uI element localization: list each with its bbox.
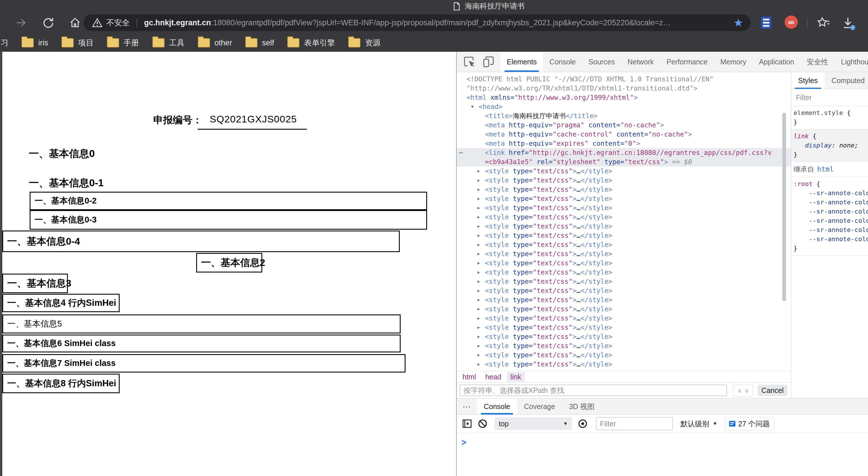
expand-arrow-closed-icon[interactable]: ▶ [477, 258, 480, 267]
device-toolbar-icon[interactable] [482, 56, 495, 68]
bookmark-folder[interactable]: 项目 [62, 38, 94, 48]
expand-arrow-closed-icon[interactable]: ▶ [477, 213, 480, 222]
code-line[interactable]: ▼<head> [457, 102, 791, 111]
expand-arrow-closed-icon[interactable]: ▶ [477, 240, 480, 249]
browser-tab[interactable]: 海南科技厅申请书 [453, 1, 525, 11]
search-nav-buttons[interactable]: ∧ ∨ [734, 385, 753, 397]
search-cancel-button[interactable]: Cancel [757, 385, 787, 396]
breadcrumb-item[interactable]: html [459, 372, 479, 382]
code-line[interactable]: ▶<style type="text/css">…</style> [457, 258, 791, 267]
code-line[interactable]: ▶<style type="text/css">…</style> [457, 341, 791, 350]
bookmark-folder[interactable]: other [198, 38, 232, 47]
expand-arrow-closed-icon[interactable]: ▶ [477, 314, 480, 323]
code-line[interactable]: ▶<style type="text/css">…</style> [457, 323, 791, 332]
live-expression-icon[interactable] [577, 418, 588, 430]
tab-styles[interactable]: Styles [791, 72, 825, 89]
console-filter-input[interactable] [596, 417, 673, 430]
rule-root[interactable]: :root { --sr-annote-colo --sr-annote-col… [791, 177, 868, 256]
code-line[interactable]: ▶<style type="text/css">…</style> [457, 194, 791, 203]
devtools-tab-安全性[interactable]: 安全性 [800, 52, 835, 72]
elements-scrollbar[interactable] [782, 113, 786, 301]
devtools-tab-memory[interactable]: Memory [714, 52, 752, 72]
code-line[interactable]: ▶<style type="text/css">…</style> [457, 249, 791, 258]
inherited-html-link[interactable]: html [817, 165, 834, 173]
code-line[interactable]: ▶<style type="text/css">…</style> [457, 203, 791, 213]
expand-arrow-open-icon[interactable]: ▼ [471, 102, 474, 111]
expand-arrow-closed-icon[interactable]: ▶ [477, 249, 480, 258]
expand-arrow-closed-icon[interactable]: ▶ [477, 305, 480, 314]
css-variable-line[interactable]: --sr-annote-colo [794, 189, 868, 197]
console-sidebar-icon[interactable] [461, 418, 473, 430]
issues-counter[interactable]: 27 个问题 [725, 417, 774, 430]
code-line[interactable]: ▶<style type="text/css">…</style> [457, 286, 791, 295]
code-line[interactable]: <meta http-equiv="pragma" content="no-ca… [457, 121, 791, 130]
expand-arrow-closed-icon[interactable]: ▶ [477, 194, 480, 203]
devtools-tab-console[interactable]: Console [543, 52, 582, 72]
expand-arrow-closed-icon[interactable]: ▶ [477, 185, 480, 194]
search-next-icon[interactable]: ∨ [745, 387, 749, 394]
expand-arrow-closed-icon[interactable]: ▶ [477, 222, 480, 231]
devtools-tab-performance[interactable]: Performance [660, 52, 714, 72]
code-line[interactable]: ⋯<link href="http://gc.hnkjt.egrant.cn:1… [457, 148, 791, 157]
css-variable-line[interactable]: --sr-annote-colo [794, 217, 868, 224]
code-line[interactable]: ▶<style type="text/css">…</style> [457, 185, 791, 194]
bookmark-star-icon[interactable]: ★ [734, 17, 743, 29]
expand-arrow-closed-icon[interactable]: ▶ [477, 277, 480, 286]
bookmark-folder[interactable]: 表单引擎 [287, 38, 335, 48]
code-line[interactable]: ▶<style type="text/css">…</style> [457, 231, 791, 240]
expand-arrow-closed-icon[interactable]: ▶ [477, 359, 480, 369]
console-drawer-tab[interactable]: Console [477, 399, 517, 414]
bookmark-folder[interactable]: 资源 [348, 38, 380, 48]
insecure-warning-icon[interactable] [92, 18, 102, 28]
rule-element-style[interactable]: element.style { } [791, 106, 868, 129]
code-line[interactable]: ▶<style type="text/css">…</style> [457, 176, 791, 185]
bookmark-folder[interactable]: 手册 [107, 38, 139, 48]
bookmark-folder-partial[interactable]: 习 [1, 38, 8, 48]
devtools-tab-sources[interactable]: Sources [582, 52, 621, 72]
devtools-tab-elements[interactable]: Elements [500, 52, 543, 72]
expand-arrow-closed-icon[interactable]: ▶ [477, 295, 480, 305]
code-line[interactable]: ▶<style type="text/css">…</style> [457, 166, 791, 176]
css-variable-line[interactable]: --sr-annote-colo [794, 208, 868, 215]
expand-arrow-closed-icon[interactable]: ▶ [477, 166, 480, 176]
code-line[interactable]: =cb9a43a1e5" rel="stylesheet" type="text… [457, 157, 791, 166]
expand-arrow-closed-icon[interactable]: ▶ [477, 231, 480, 240]
expand-arrow-closed-icon[interactable]: ▶ [477, 176, 480, 185]
breadcrumb-item[interactable]: link [507, 372, 525, 382]
collections-icon[interactable] [817, 16, 831, 29]
css-variable-line[interactable]: --sr-annote-colo [794, 199, 868, 206]
expand-arrow-closed-icon[interactable]: ▶ [477, 267, 480, 277]
console-prompt[interactable]: > [461, 438, 868, 447]
code-line[interactable]: ▶<style type="text/css">…</style> [457, 359, 791, 369]
code-line[interactable]: ▶<style type="text/css">…</style> [457, 305, 791, 314]
home-icon[interactable] [69, 17, 81, 29]
code-line[interactable]: ▶<style type="text/css">…</style> [457, 222, 791, 231]
code-line[interactable]: ▶<style type="text/css">…</style> [457, 240, 791, 249]
expand-arrow-closed-icon[interactable]: ▶ [477, 350, 480, 359]
dom-search-input[interactable] [460, 385, 727, 396]
bookmark-folder[interactable]: self [245, 38, 274, 47]
console-drawer-tab[interactable]: 3D 视图 [562, 399, 601, 414]
download-icon[interactable] [841, 16, 856, 30]
devtools-tab-network[interactable]: Network [621, 52, 660, 72]
expand-arrow-closed-icon[interactable]: ▶ [477, 323, 480, 332]
code-line[interactable]: <meta http-equiv="cache-control" content… [457, 130, 791, 139]
code-line[interactable]: "http://www.w3.org/TR/xhtml1/DTD/xhtml1-… [457, 84, 791, 93]
console-context-select[interactable]: top ▼ [495, 417, 572, 430]
expand-arrow-closed-icon[interactable]: ▶ [477, 332, 480, 341]
code-line[interactable]: ▶<style type="text/css">…</style> [457, 314, 791, 323]
address-bar[interactable]: 不安全 gc.hnkjt.egrant.cn :18080/egrantpdf/… [84, 14, 751, 31]
console-levels-select[interactable]: 默认级别 ▼ [680, 419, 717, 429]
rule-link[interactable]: link { display: none; } [791, 129, 868, 162]
code-line[interactable]: ▶<style type="text/css">…</style> [457, 213, 791, 222]
security-label[interactable]: 不安全 [106, 18, 130, 28]
forward-icon[interactable] [15, 17, 27, 29]
code-line[interactable]: ▶<style type="text/css">…</style> [457, 332, 791, 341]
expand-arrow-closed-icon[interactable]: ▶ [477, 341, 480, 350]
code-line[interactable]: ▶<style type="text/css">…</style> [457, 277, 791, 286]
search-prev-icon[interactable]: ∧ [737, 387, 742, 394]
breadcrumb-item[interactable]: head [482, 372, 505, 382]
tab-computed[interactable]: Computed [825, 72, 868, 89]
expand-arrow-closed-icon[interactable]: ▶ [477, 203, 480, 213]
css-variable-line[interactable]: --sr-annote-colo [794, 226, 868, 233]
